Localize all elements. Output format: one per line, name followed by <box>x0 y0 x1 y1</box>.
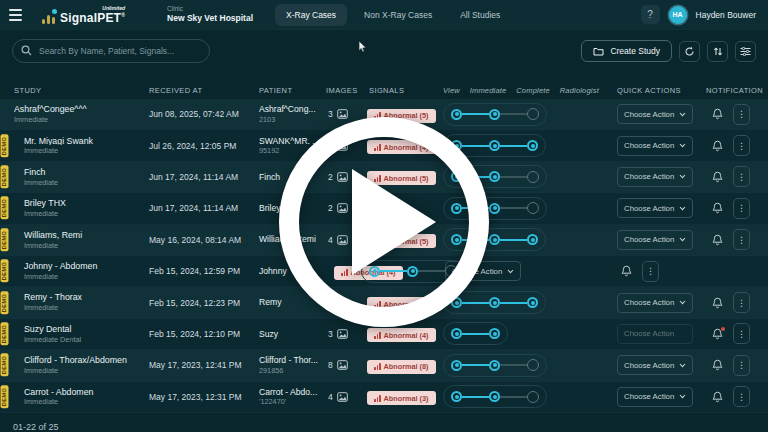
kebab-menu-button[interactable]: ⋮ <box>733 386 750 407</box>
signal-badge[interactable]: Abnormal (3) <box>367 391 436 405</box>
kebab-menu-button[interactable]: ⋮ <box>733 104 750 125</box>
step-node[interactable] <box>451 328 462 339</box>
step-node[interactable] <box>527 297 538 308</box>
table-row[interactable]: DEMO Carrot - Abdomen Immediate May 17, … <box>0 382 768 413</box>
step-node[interactable] <box>489 297 500 308</box>
bell-icon[interactable] <box>712 359 723 371</box>
step-node[interactable] <box>489 391 500 402</box>
kebab-menu-button[interactable]: ⋮ <box>733 166 750 187</box>
step-node[interactable] <box>451 171 462 182</box>
search-input[interactable] <box>12 39 210 63</box>
col-patient[interactable]: PATIENT <box>245 86 322 95</box>
step-node[interactable] <box>369 266 380 277</box>
step-node[interactable] <box>527 202 539 214</box>
step-node[interactable] <box>489 328 500 339</box>
col-study[interactable]: STUDY <box>0 86 135 95</box>
signal-badge[interactable]: Abnormal (8) <box>367 360 436 374</box>
step-node[interactable] <box>451 297 462 308</box>
bell-icon[interactable] <box>712 234 723 246</box>
step-node[interactable] <box>527 359 539 371</box>
refresh-button[interactable] <box>679 41 700 62</box>
step-node[interactable] <box>451 234 462 245</box>
table-row[interactable]: DEMO Clifford - Thorax/Abdomen Immediate… <box>0 350 768 381</box>
choose-action-select[interactable]: Choose Action <box>617 230 693 250</box>
step-node[interactable] <box>451 360 462 371</box>
step-node[interactable] <box>489 234 500 245</box>
bell-icon[interactable] <box>712 328 723 340</box>
choose-action-select[interactable]: Choose Action <box>617 387 693 407</box>
table-row[interactable]: DEMO Williams, Remi Immediate May 16, 20… <box>0 225 768 256</box>
step-node[interactable] <box>451 140 462 151</box>
chevron-down-icon <box>679 394 686 399</box>
step-node[interactable] <box>527 108 539 120</box>
sort-button[interactable] <box>707 41 728 62</box>
choose-action-select[interactable]: Choose Action <box>617 167 693 187</box>
tab-non-xray-cases[interactable]: Non X-Ray Cases <box>353 4 443 26</box>
step-node[interactable] <box>451 391 462 402</box>
col-received-at[interactable]: RECEIVED AT <box>135 86 245 95</box>
step-node[interactable] <box>527 391 539 403</box>
kebab-menu-button[interactable]: ⋮ <box>733 229 750 250</box>
bell-icon[interactable] <box>712 297 723 309</box>
choose-action-select[interactable]: Choose Action <box>617 324 693 344</box>
clinic-label: Clinic <box>167 5 253 13</box>
signal-badge[interactable]: Abnormal (5) <box>367 234 436 248</box>
bell-icon[interactable] <box>712 140 723 152</box>
step-node[interactable] <box>527 234 538 245</box>
patient-cell: Finch <box>245 173 322 182</box>
signal-badge[interactable]: Abnormal (5) <box>367 171 436 185</box>
study-cell: DEMO Finch Immediate <box>0 168 135 186</box>
kebab-menu-button[interactable]: ⋮ <box>733 355 750 376</box>
choose-action-select[interactable]: Choose Action <box>617 136 693 156</box>
col-signals[interactable]: SIGNALS <box>355 86 437 95</box>
choose-action-select[interactable]: Choose Action <box>617 355 693 375</box>
table-row[interactable]: DEMO Suzy Dental Immediate Dental Feb 15… <box>0 319 768 350</box>
bell-icon[interactable] <box>712 391 723 403</box>
bell-icon[interactable] <box>712 202 723 214</box>
step-node[interactable] <box>489 109 500 120</box>
signalpet-logo[interactable]: Unlimited SignalPET® <box>42 6 139 24</box>
kebab-menu-button[interactable]: ⋮ <box>733 323 750 344</box>
step-node[interactable] <box>489 360 500 371</box>
demo-badge: DEMO <box>1 323 9 346</box>
step-node[interactable] <box>489 203 500 214</box>
signal-badge[interactable]: Abnormal (5) <box>367 109 436 123</box>
choose-action-select[interactable]: Choose Action <box>617 104 693 124</box>
step-node[interactable] <box>451 203 462 214</box>
kebab-menu-button[interactable]: ⋮ <box>733 198 750 219</box>
table-row[interactable]: DEMO Mr. Miyagi Swank Immediate Jul 26, … <box>0 130 768 161</box>
choose-action-select[interactable]: Choose Action <box>617 293 693 313</box>
bell-icon[interactable] <box>712 171 723 183</box>
table-row[interactable]: DEMO Briley THX Immediate Jun 17, 2024, … <box>0 193 768 224</box>
table-row[interactable]: DEMO Remy - Thorax Immediate Feb 15, 202… <box>0 287 768 318</box>
help-button[interactable]: ? <box>641 5 660 24</box>
bell-icon[interactable] <box>712 108 723 120</box>
col-images[interactable]: IMAGES <box>322 86 355 95</box>
signal-badge[interactable]: Abnormal (4) <box>367 140 436 154</box>
filter-button[interactable] <box>735 41 756 62</box>
step-node[interactable] <box>489 140 500 151</box>
bell-icon[interactable] <box>621 265 632 277</box>
kebab-menu-button[interactable]: ⋮ <box>733 292 750 313</box>
step-node[interactable] <box>451 109 462 120</box>
signal-badge[interactable]: Abnormal (6) <box>367 297 436 311</box>
actions-cell: Choose Action <box>609 387 700 407</box>
table-row[interactable]: DEMO Finch Immediate Jun 17, 2024, 11:14… <box>0 162 768 193</box>
tab-all-studies[interactable]: All Studies <box>449 4 511 26</box>
hamburger-menu-icon[interactable] <box>0 9 30 21</box>
avatar[interactable]: HA <box>669 6 687 24</box>
actions-cell: Choose Action <box>609 355 700 375</box>
step-node[interactable] <box>527 140 538 151</box>
table-row[interactable]: Ashraf^Congee^^^ Immediate Jun 08, 2025,… <box>0 99 768 130</box>
step-node[interactable] <box>527 171 539 183</box>
table-row[interactable]: DEMO Johnny - Abdomen Immediate Feb 15, … <box>0 256 768 287</box>
kebab-menu-button[interactable]: ⋮ <box>733 135 750 156</box>
kebab-menu-button[interactable]: ⋮ <box>642 261 659 282</box>
brand-name: SignalPET® <box>60 12 125 24</box>
choose-action-select[interactable]: Choose Action <box>617 198 693 218</box>
tab-xray-cases[interactable]: X-Ray Cases <box>275 4 347 26</box>
step-node[interactable] <box>489 171 500 182</box>
create-study-button[interactable]: Create Study <box>581 40 672 62</box>
step-node[interactable] <box>407 266 418 277</box>
signal-badge[interactable]: Abnormal (4) <box>367 328 436 342</box>
